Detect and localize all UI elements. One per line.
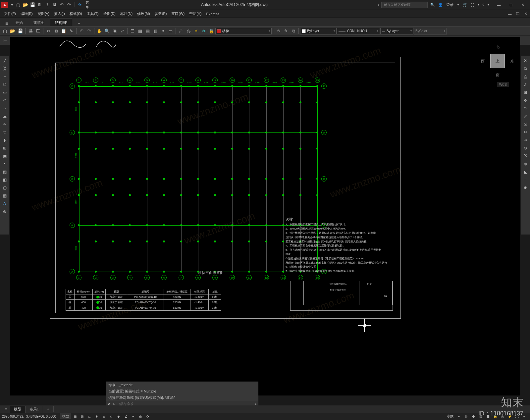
- menu-insert[interactable]: 插入(I): [52, 11, 67, 17]
- lwt-icon[interactable]: ≡: [130, 413, 136, 419]
- r-trim-icon[interactable]: ✂: [522, 129, 529, 136]
- xline-icon[interactable]: ╳: [1, 65, 8, 72]
- rect-icon[interactable]: ▭: [1, 89, 8, 96]
- app-logo-icon[interactable]: A: [1, 2, 8, 8]
- layout-tab-model[interactable]: 模型: [10, 406, 26, 413]
- web-icon[interactable]: ⇪: [44, 2, 51, 8]
- otrack-icon[interactable]: ∠: [123, 413, 129, 419]
- r-breakpt-icon[interactable]: ⊘: [522, 144, 529, 152]
- menu-dimension[interactable]: 标注(N): [118, 11, 134, 17]
- menu-tools[interactable]: 工具(T): [85, 11, 101, 17]
- tb-ssm-icon[interactable]: ▥: [152, 27, 159, 35]
- tb-print-icon[interactable]: 🖶: [27, 27, 34, 35]
- cleanscreen-icon[interactable]: ⛶: [514, 413, 520, 419]
- tb-zoomp-icon[interactable]: ⤢: [119, 27, 126, 35]
- close-button[interactable]: ✕: [517, 1, 529, 9]
- viewcube[interactable]: 北 南 东 西 上: [481, 44, 514, 78]
- transparency-icon[interactable]: ◐: [137, 413, 144, 419]
- snap-toggle-icon[interactable]: ⊞: [79, 413, 85, 419]
- apps-icon[interactable]: ⛶: [471, 3, 474, 7]
- osnap-toggle-icon[interactable]: ◇: [108, 413, 115, 419]
- lockui-icon[interactable]: 🔒: [492, 413, 499, 419]
- spline-icon[interactable]: ∿: [1, 121, 8, 128]
- tb-preview-icon[interactable]: 🗔: [34, 27, 42, 35]
- hatch2-icon[interactable]: ▨: [1, 168, 8, 176]
- wcs-label[interactable]: WCS: [497, 82, 509, 87]
- share-icon[interactable]: ✈: [77, 2, 83, 8]
- tb-sun-icon[interactable]: ☀: [192, 27, 200, 35]
- r-scale-icon[interactable]: ⤢: [522, 113, 529, 120]
- mtext2-icon[interactable]: A: [1, 200, 8, 207]
- line-icon[interactable]: ╱: [1, 57, 8, 64]
- tab-arch[interactable]: 建筑图: [28, 19, 49, 26]
- gradient-icon[interactable]: ◧: [1, 176, 8, 184]
- doc-min-icon[interactable]: —: [507, 11, 513, 17]
- table2-icon[interactable]: ▦: [1, 192, 8, 199]
- tb-freeze-icon[interactable]: ❄: [200, 27, 207, 35]
- r-mirror-icon[interactable]: ⧋: [522, 73, 529, 80]
- ellipsearc-icon[interactable]: ◗: [1, 136, 8, 144]
- grid-toggle-icon[interactable]: ▦: [72, 413, 78, 419]
- viewcube-south[interactable]: 南: [496, 73, 500, 78]
- menu-modify[interactable]: 修改(M): [135, 11, 152, 17]
- tb-redo2-icon[interactable]: ↷: [85, 27, 93, 35]
- tab-plus[interactable]: +: [73, 20, 85, 26]
- tb-pan-icon[interactable]: ✋: [96, 27, 103, 35]
- plot-icon[interactable]: 🖶: [51, 2, 58, 8]
- tb-undo2-icon[interactable]: ↶: [78, 27, 85, 35]
- r-offset-icon[interactable]: ⫽: [522, 81, 529, 88]
- annoscale-label[interactable]: 小数: [446, 413, 455, 419]
- ortho-toggle-icon[interactable]: ∟: [86, 413, 93, 419]
- r-move-icon[interactable]: ✥: [522, 97, 529, 104]
- hardware-icon[interactable]: ⚡: [506, 413, 513, 419]
- tb-lock-icon[interactable]: 🔒: [208, 27, 215, 35]
- layout-burger-icon[interactable]: ≡: [2, 406, 10, 412]
- tb-props-icon[interactable]: ☰: [129, 27, 136, 35]
- tb-cut-icon[interactable]: ✂: [45, 27, 52, 35]
- insertblk-icon[interactable]: ⊞: [1, 144, 8, 152]
- r-array-icon[interactable]: ⊞: [522, 89, 529, 96]
- menu-parametric[interactable]: 参数(P): [153, 11, 169, 17]
- viewcube-west[interactable]: 西: [481, 59, 485, 64]
- tb-layeriso-icon[interactable]: ◎: [185, 27, 192, 35]
- layer2-combo[interactable]: ByLayer▾: [300, 28, 337, 34]
- layout-tab-add[interactable]: +: [43, 406, 53, 412]
- cart-icon[interactable]: 🛒: [463, 3, 467, 7]
- tb-layer-icon[interactable]: ☄: [177, 27, 185, 35]
- redo-icon[interactable]: ↷: [66, 2, 73, 8]
- r-extend-icon[interactable]: ⇥: [522, 136, 529, 144]
- addsel-icon[interactable]: ⊕: [1, 208, 8, 215]
- r-stretch-icon[interactable]: ⇲: [522, 121, 529, 128]
- units-icon[interactable]: ⊡: [477, 413, 484, 419]
- tab-struct[interactable]: 结构图*: [50, 19, 72, 26]
- r-break-icon[interactable]: ⦿: [522, 152, 529, 160]
- model-button[interactable]: 模型: [60, 413, 71, 419]
- r-explode-icon[interactable]: ✸: [522, 184, 529, 191]
- file-tab-icon[interactable]: ≡: [3, 21, 11, 26]
- annomon-icon[interactable]: ✚: [470, 413, 477, 419]
- tb-layerstate-icon[interactable]: ⟲: [275, 27, 282, 35]
- tb-tpal-icon[interactable]: ▤: [144, 27, 151, 35]
- viewcube-top[interactable]: 上: [490, 54, 505, 68]
- save-icon[interactable]: 💾: [29, 2, 36, 8]
- help-icon[interactable]: ?: [482, 3, 484, 7]
- login-label[interactable]: 登录: [446, 2, 453, 7]
- annoscale-icon[interactable]: ▾: [455, 413, 462, 419]
- dim-linear-icon[interactable]: ⊢: [1, 37, 9, 44]
- search-go-icon[interactable]: 🔍: [430, 3, 435, 7]
- point-icon[interactable]: •: [1, 160, 8, 168]
- menu-draw[interactable]: 绘图(D): [101, 11, 118, 17]
- tb-copy-icon[interactable]: ⧉: [52, 27, 60, 35]
- workspace-icon[interactable]: ⚙: [463, 413, 469, 419]
- r-chamfer-icon[interactable]: ◣: [522, 168, 529, 176]
- qprops-icon[interactable]: ☰: [485, 413, 491, 419]
- pline-icon[interactable]: ⌁: [1, 73, 8, 80]
- new-icon[interactable]: ▢: [15, 2, 22, 8]
- tab-start[interactable]: 开始: [11, 19, 28, 26]
- layer-combo[interactable]: 楼梯▾: [215, 28, 272, 34]
- r-join-icon[interactable]: ⊕: [522, 160, 529, 168]
- arc-icon[interactable]: ◠: [1, 97, 8, 104]
- circle-icon[interactable]: ○: [1, 105, 8, 112]
- cycling-icon[interactable]: ⟳: [144, 413, 151, 419]
- color-combo[interactable]: ByColor▾: [414, 28, 447, 34]
